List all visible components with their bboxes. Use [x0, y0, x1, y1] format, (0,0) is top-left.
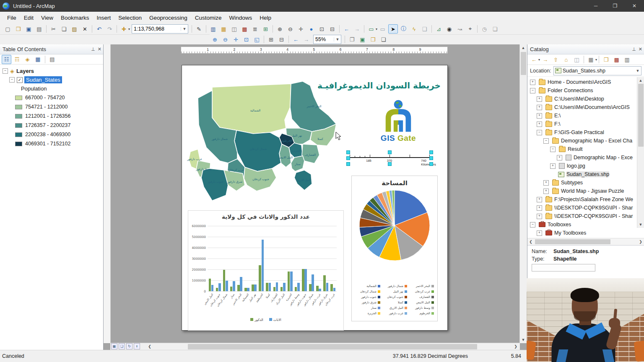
- scroll-up-icon[interactable]: ▲: [520, 44, 527, 51]
- selection-handle[interactable]: [429, 162, 433, 166]
- menu-file[interactable]: File: [3, 13, 20, 23]
- selection-handle[interactable]: [388, 150, 392, 154]
- map-data-frame[interactable]: الشماليةالبحر الاحمرنهر النيلكسلاالخرطوم…: [186, 78, 337, 209]
- catalog-close-icon[interactable]: ✕: [639, 47, 642, 52]
- catalog-tree-item[interactable]: +E:\: [527, 111, 644, 120]
- toc-layers-row[interactable]: − ◈ Layers: [3, 67, 103, 75]
- refresh-view-icon[interactable]: ↻: [126, 343, 132, 349]
- data-view-icon[interactable]: ▦: [111, 343, 117, 349]
- menu-selection[interactable]: Selection: [114, 13, 145, 23]
- layout-pan-icon[interactable]: ✛: [231, 35, 241, 44]
- tree-expander-icon[interactable]: +: [537, 96, 542, 102]
- toc-close-icon[interactable]: ✕: [98, 47, 101, 52]
- tree-expander-icon[interactable]: −: [537, 130, 542, 135]
- fixed-zoom-in-icon[interactable]: ⊡: [317, 24, 327, 34]
- tree-expander-icon[interactable]: −: [543, 138, 549, 144]
- select-elements-icon[interactable]: ➤: [388, 24, 398, 34]
- catalog-tree-item[interactable]: +Demographic Map - Exce: [527, 153, 644, 162]
- list-by-selection-icon[interactable]: ▦: [33, 55, 43, 64]
- tree-expander-icon[interactable]: −: [530, 88, 535, 93]
- toc-layer-row[interactable]: − ✓ Sudan_States: [3, 75, 103, 84]
- toolbox-view-icon[interactable]: ▩: [612, 55, 621, 64]
- menu-bookmarks[interactable]: Bookmarks: [57, 13, 93, 23]
- restore-button[interactable]: ❐: [605, 0, 625, 12]
- tree-expander-icon[interactable]: +: [550, 163, 556, 169]
- undo-icon[interactable]: ↶: [94, 24, 104, 34]
- catalog-vertical-scrollbar[interactable]: ▲ ▼: [637, 77, 644, 228]
- menu-help[interactable]: Help: [256, 13, 275, 23]
- scroll-right-icon[interactable]: ❯: [512, 343, 519, 350]
- chevron-down-icon[interactable]: ▼: [334, 37, 341, 41]
- toc-window-icon[interactable]: ▥: [208, 24, 218, 34]
- tree-expander-icon[interactable]: +: [557, 155, 562, 160]
- catalog-tree-item[interactable]: +Home - Documents\ArcGIS: [527, 78, 644, 86]
- menu-insert[interactable]: Insert: [93, 13, 115, 23]
- default-geodatabase-icon[interactable]: ◫: [572, 55, 582, 64]
- chevron-down-icon[interactable]: ▼: [634, 69, 641, 73]
- scale-bar[interactable]: 185370740 Kilometers: [348, 152, 431, 164]
- chevron-down-icon[interactable]: ▾: [538, 58, 540, 62]
- scroll-down-icon[interactable]: ▼: [637, 221, 644, 228]
- layout-vertical-scrollbar[interactable]: ▲ ▼: [519, 44, 527, 343]
- menu-view[interactable]: View: [37, 13, 57, 23]
- toc-class-row[interactable]: 1212001 - 1726356: [3, 111, 103, 121]
- selection-handle[interactable]: [346, 150, 350, 154]
- tree-expander-icon[interactable]: +: [543, 180, 549, 186]
- hyperlink-icon[interactable]: ϟ: [409, 24, 419, 34]
- data-driven-pages-icon[interactable]: ❏: [379, 35, 388, 44]
- back-extent-icon[interactable]: ←: [342, 24, 351, 34]
- chevron-down-icon[interactable]: ▼: [181, 27, 188, 31]
- tree-expander-icon[interactable]: −: [530, 222, 535, 228]
- toc-options-icon[interactable]: ▤: [47, 55, 57, 64]
- time-slider-icon[interactable]: ◷: [480, 24, 489, 34]
- go-to-xy-icon[interactable]: ⌖: [465, 24, 475, 34]
- forward-extent-icon[interactable]: →: [352, 24, 362, 34]
- horizontal-scroll-thumb[interactable]: [188, 344, 477, 349]
- catalog-tree-item[interactable]: +F:\: [527, 120, 644, 128]
- arctoolbox-icon[interactable]: ▩: [240, 24, 249, 34]
- chevron-down-icon[interactable]: ▾: [595, 58, 597, 62]
- layer-checkbox[interactable]: ✓: [17, 77, 23, 83]
- menu-edit[interactable]: Edit: [20, 13, 37, 23]
- zoom-100-icon[interactable]: ◱: [252, 35, 262, 44]
- catalog-options-icon[interactable]: ▥: [622, 55, 632, 64]
- layout-back-icon[interactable]: ←: [291, 35, 301, 44]
- new-map-icon[interactable]: ▢: [3, 24, 13, 34]
- collapse-icon[interactable]: −: [3, 68, 8, 74]
- contents-view-icon[interactable]: ▦: [586, 55, 596, 64]
- open-map-icon[interactable]: ❒: [13, 24, 23, 34]
- catalog-tree-item[interactable]: +\\DESKTOP-CQPK9SG\IPI - Shar: [527, 204, 644, 212]
- save-icon[interactable]: ▣: [24, 24, 34, 34]
- toc-class-row[interactable]: 2200238 - 4069300: [3, 130, 103, 139]
- vertical-scroll-thumb[interactable]: [521, 52, 526, 75]
- full-extent-icon[interactable]: ●: [306, 24, 316, 34]
- catalog-tree-item[interactable]: Sudan_States.shp: [527, 170, 644, 178]
- cut-icon[interactable]: ✂: [49, 24, 58, 34]
- catalog-tree-item[interactable]: −Result: [527, 145, 644, 153]
- list-by-source-icon[interactable]: ☶: [12, 55, 22, 64]
- menu-geoprocessing[interactable]: Geoprocessing: [145, 13, 191, 23]
- up-one-level-icon[interactable]: ⇧: [551, 55, 561, 64]
- menu-customize[interactable]: Customize: [191, 13, 226, 23]
- viewer-window-icon[interactable]: ❏: [490, 24, 500, 34]
- redo-icon[interactable]: ↷: [105, 24, 114, 34]
- identify-icon[interactable]: ⓘ: [399, 24, 408, 34]
- selection-handle[interactable]: [346, 156, 350, 160]
- vertical-scroll-thumb[interactable]: [638, 84, 644, 147]
- find-route-icon[interactable]: ↝: [455, 24, 465, 34]
- toggle-draft-mode-icon[interactable]: ❐: [347, 35, 357, 44]
- layout-fixed-zoom-in-icon[interactable]: ⊞: [266, 35, 276, 44]
- add-data-icon[interactable]: ✚: [119, 24, 129, 34]
- horizontal-scroll-thumb[interactable]: [535, 239, 610, 244]
- tree-expander-icon[interactable]: +: [537, 230, 542, 236]
- clear-selection-icon[interactable]: ▭: [378, 24, 387, 34]
- catalog-forward-icon[interactable]: →: [540, 55, 550, 64]
- chevron-down-icon[interactable]: ▾: [376, 27, 377, 31]
- catalog-tree-item[interactable]: −F:\GIS-Gate Practical: [527, 128, 644, 137]
- layout-view-icon[interactable]: ❏: [119, 343, 125, 349]
- selection-handle[interactable]: [429, 150, 433, 154]
- tree-expander-icon[interactable]: +: [537, 214, 542, 219]
- chevron-down-icon[interactable]: ▾: [128, 27, 130, 31]
- layout-zoom-input[interactable]: [314, 36, 334, 42]
- menu-windows[interactable]: Windows: [226, 13, 256, 23]
